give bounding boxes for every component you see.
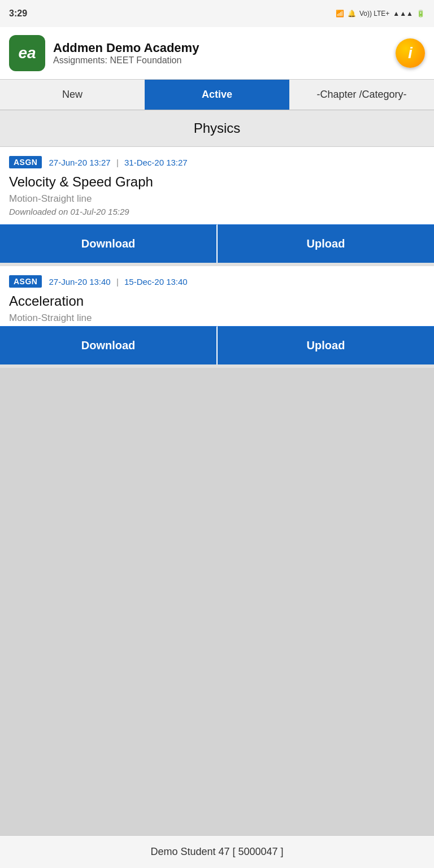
wifi-icon: 📶 [336,10,344,18]
asgn-end-date-2: 15-Dec-20 13:40 [124,277,188,287]
asgn-dates-2: 27-Jun-20 13:40 | 15-Dec-20 13:40 [49,277,187,287]
assignment-card: ASGN 27-Jun-20 13:27 | 31-Dec-20 13:27 V… [0,147,434,266]
empty-area [0,368,434,650]
download-button-2[interactable]: Download [0,326,218,364]
footer-text: Demo Student 47 [ 5000047 ] [150,846,283,857]
section-title: Physics [194,120,241,136]
card-actions-1: Download Upload [0,224,434,263]
status-time: 3:29 [9,8,27,19]
asgn-title-2: Acceleration [9,293,425,309]
section-header: Physics [0,110,434,147]
tab-bar: New Active -Chapter /Category- [0,80,434,110]
app-title: Addmen Demo Academy [53,41,199,55]
footer: Demo Student 47 [ 5000047 ] [0,835,434,868]
asgn-category-2: Motion-Straight line [9,313,425,324]
asgn-badge-2: ASGN [9,275,42,288]
asgn-start-date-2: 27-Jun-20 13:40 [49,277,110,287]
asgn-start-date-1: 27-Jun-20 13:27 [49,158,110,167]
asgn-meta-1: ASGN 27-Jun-20 13:27 | 31-Dec-20 13:27 [9,156,425,168]
signal-icon: ▲▲▲ [393,10,413,18]
tab-chapter[interactable]: -Chapter /Category- [289,80,434,110]
asgn-end-date-1: 31-Dec-20 13:27 [124,158,188,167]
app-subtitle: Assignments: NEET Foundation [53,55,199,66]
asgn-title-1: Velocity & Speed Graph [9,174,425,190]
status-bar: 3:29 📶 🔔 Vo)) LTE+ ▲▲▲ 🔋 [0,0,434,27]
assignment-card-2: ASGN 27-Jun-20 13:40 | 15-Dec-20 13:40 A… [0,266,434,368]
asgn-badge-1: ASGN [9,156,42,168]
header-text: Addmen Demo Academy Assignments: NEET Fo… [53,41,199,66]
upload-button-1[interactable]: Upload [218,224,434,263]
asgn-dates-1: 27-Jun-20 13:27 | 31-Dec-20 13:27 [49,158,187,167]
info-button[interactable]: i [396,38,425,68]
asgn-downloaded-1: Downloaded on 01-Jul-20 15:29 [9,207,425,216]
download-button-1[interactable]: Download [0,224,218,263]
notification-icon: 🔔 [348,10,356,18]
tab-active[interactable]: Active [145,80,289,110]
asgn-category-1: Motion-Straight line [9,193,425,205]
date-separator-1: | [116,158,119,167]
network-text: Vo)) LTE+ [359,10,389,18]
app-logo: ea [9,35,45,71]
card-actions-2: Download Upload [0,326,434,364]
date-separator-2: | [116,277,119,287]
assignments-list: ASGN 27-Jun-20 13:27 | 31-Dec-20 13:27 V… [0,147,434,368]
app-header: ea Addmen Demo Academy Assignments: NEET… [0,27,434,80]
asgn-meta-2: ASGN 27-Jun-20 13:40 | 15-Dec-20 13:40 [9,275,425,288]
status-icons: 📶 🔔 Vo)) LTE+ ▲▲▲ 🔋 [336,10,425,18]
tab-new[interactable]: New [0,80,145,110]
upload-button-2[interactable]: Upload [218,326,434,364]
header-left: ea Addmen Demo Academy Assignments: NEET… [9,35,199,71]
battery-icon: 🔋 [416,10,425,18]
